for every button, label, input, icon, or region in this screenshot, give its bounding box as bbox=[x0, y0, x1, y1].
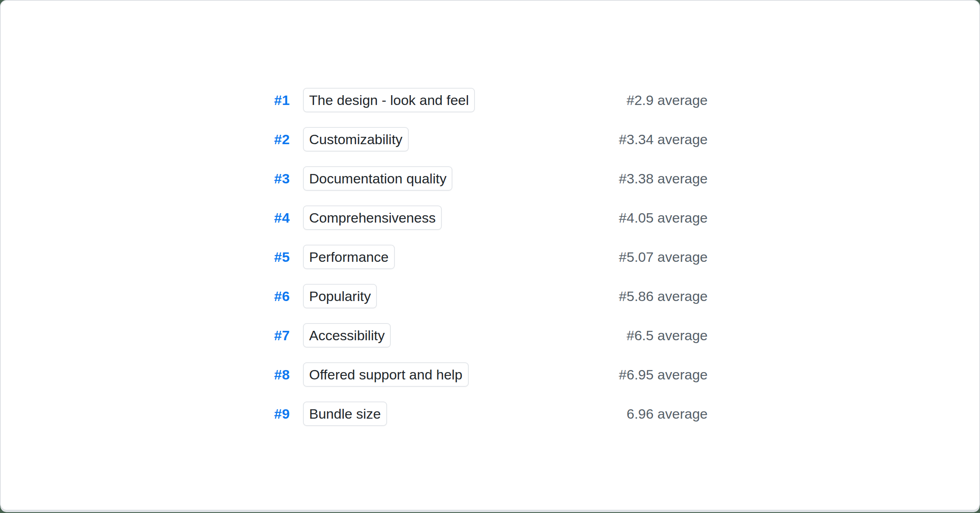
average-value: 6.96 average bbox=[627, 406, 708, 422]
option-chip[interactable]: Accessibility bbox=[303, 323, 391, 348]
option-chip[interactable]: Documentation quality bbox=[303, 166, 452, 191]
option-chip[interactable]: Bundle size bbox=[303, 401, 387, 426]
ranking-row: #6 Popularity #5.86 average bbox=[265, 277, 708, 316]
ranking-row: #4 Comprehensiveness #4.05 average bbox=[265, 198, 708, 237]
option-label: Bundle size bbox=[309, 406, 381, 422]
ranking-row: #3 Documentation quality #3.38 average bbox=[265, 159, 708, 198]
results-card: #1 The design - look and feel #2.9 avera… bbox=[0, 0, 980, 511]
rank-number: #2 bbox=[265, 132, 290, 147]
option-label: Popularity bbox=[309, 288, 371, 304]
ranking-row: #8 Offered support and help #6.95 averag… bbox=[265, 355, 708, 394]
ranking-row: #1 The design - look and feel #2.9 avera… bbox=[265, 80, 708, 120]
option-label: Performance bbox=[309, 249, 389, 265]
option-chip[interactable]: Offered support and help bbox=[303, 362, 469, 387]
ranking-row: #5 Performance #5.07 average bbox=[265, 237, 708, 277]
option-label: Comprehensiveness bbox=[309, 210, 436, 226]
rank-number: #7 bbox=[265, 328, 290, 343]
ranking-row: #7 Accessibility #6.5 average bbox=[265, 316, 708, 355]
option-label: Documentation quality bbox=[309, 171, 446, 187]
option-chip[interactable]: Performance bbox=[303, 245, 395, 269]
option-chip[interactable]: Customizability bbox=[303, 127, 409, 152]
option-chip[interactable]: The design - look and feel bbox=[303, 88, 475, 112]
rank-number: #1 bbox=[265, 92, 290, 108]
average-value: #6.95 average bbox=[619, 367, 708, 383]
rank-number: #4 bbox=[265, 210, 290, 226]
rank-number: #6 bbox=[265, 288, 290, 304]
average-value: #6.5 average bbox=[627, 328, 708, 343]
option-chip[interactable]: Popularity bbox=[303, 284, 377, 308]
rank-number: #3 bbox=[265, 171, 290, 187]
ranking-row: #2 Customizability #3.34 average bbox=[265, 120, 708, 159]
rank-number: #8 bbox=[265, 367, 290, 383]
average-value: #5.86 average bbox=[619, 288, 708, 304]
rank-number: #5 bbox=[265, 249, 290, 265]
average-value: #4.05 average bbox=[619, 210, 708, 226]
average-value: #5.07 average bbox=[619, 249, 708, 265]
average-value: #3.34 average bbox=[619, 132, 708, 147]
rank-number: #9 bbox=[265, 406, 290, 422]
option-chip[interactable]: Comprehensiveness bbox=[303, 205, 442, 230]
ranking-list: #1 The design - look and feel #2.9 avera… bbox=[265, 80, 708, 433]
average-value: #3.38 average bbox=[619, 171, 708, 187]
average-value: #2.9 average bbox=[627, 92, 708, 108]
option-label: Accessibility bbox=[309, 328, 385, 343]
ranking-row: #9 Bundle size 6.96 average bbox=[265, 394, 708, 433]
option-label: Customizability bbox=[309, 132, 403, 147]
option-label: The design - look and feel bbox=[309, 92, 469, 108]
option-label: Offered support and help bbox=[309, 367, 463, 383]
